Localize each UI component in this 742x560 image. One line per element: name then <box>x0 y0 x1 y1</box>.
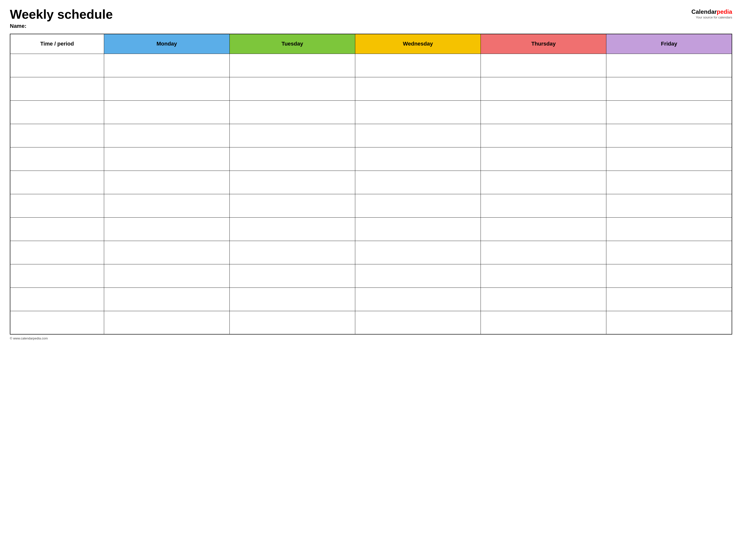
table-cell[interactable] <box>10 217 104 241</box>
logo-pedia: pedia <box>717 8 732 15</box>
table-cell[interactable] <box>104 311 229 334</box>
table-cell[interactable] <box>606 171 732 194</box>
table-cell[interactable] <box>104 287 229 311</box>
logo-calendar: Calendar <box>692 8 717 15</box>
table-cell[interactable] <box>229 124 355 147</box>
table-row <box>10 311 732 334</box>
table-row <box>10 77 732 100</box>
table-cell[interactable] <box>606 194 732 217</box>
table-cell[interactable] <box>229 171 355 194</box>
table-cell[interactable] <box>606 100 732 124</box>
table-cell[interactable] <box>10 147 104 171</box>
table-cell[interactable] <box>481 264 606 287</box>
table-cell[interactable] <box>10 241 104 264</box>
title-section: Weekly schedule Name: <box>10 7 113 29</box>
table-row <box>10 241 732 264</box>
table-cell[interactable] <box>104 194 229 217</box>
table-cell[interactable] <box>10 77 104 100</box>
col-header-time: Time / period <box>10 34 104 54</box>
table-cell[interactable] <box>104 147 229 171</box>
table-cell[interactable] <box>481 217 606 241</box>
table-cell[interactable] <box>10 124 104 147</box>
table-cell[interactable] <box>606 241 732 264</box>
table-cell[interactable] <box>355 100 481 124</box>
table-cell[interactable] <box>229 287 355 311</box>
table-cell[interactable] <box>229 54 355 77</box>
table-cell[interactable] <box>229 217 355 241</box>
table-cell[interactable] <box>229 311 355 334</box>
table-cell[interactable] <box>606 311 732 334</box>
table-cell[interactable] <box>481 100 606 124</box>
table-body <box>10 54 732 334</box>
table-cell[interactable] <box>606 77 732 100</box>
table-cell[interactable] <box>355 171 481 194</box>
col-header-wednesday: Wednesday <box>355 34 481 54</box>
table-cell[interactable] <box>104 171 229 194</box>
table-cell[interactable] <box>104 217 229 241</box>
page-header: Weekly schedule Name: Calendarpedia Your… <box>10 7 732 29</box>
table-cell[interactable] <box>229 77 355 100</box>
table-row <box>10 124 732 147</box>
table-cell[interactable] <box>481 287 606 311</box>
table-cell[interactable] <box>355 194 481 217</box>
col-header-friday: Friday <box>606 34 732 54</box>
table-cell[interactable] <box>10 54 104 77</box>
table-cell[interactable] <box>104 264 229 287</box>
col-header-thursday: Thursday <box>481 34 606 54</box>
table-row <box>10 171 732 194</box>
table-cell[interactable] <box>481 77 606 100</box>
col-header-tuesday: Tuesday <box>229 34 355 54</box>
name-label: Name: <box>10 23 113 29</box>
table-cell[interactable] <box>10 287 104 311</box>
table-cell[interactable] <box>229 241 355 264</box>
table-cell[interactable] <box>355 241 481 264</box>
table-cell[interactable] <box>355 77 481 100</box>
table-row <box>10 194 732 217</box>
table-cell[interactable] <box>606 147 732 171</box>
table-row <box>10 54 732 77</box>
table-cell[interactable] <box>104 54 229 77</box>
table-cell[interactable] <box>481 147 606 171</box>
table-cell[interactable] <box>481 241 606 264</box>
table-cell[interactable] <box>10 171 104 194</box>
table-row <box>10 100 732 124</box>
footer-url: © www.calendarpedia.com <box>10 336 48 340</box>
table-cell[interactable] <box>355 147 481 171</box>
table-cell[interactable] <box>606 287 732 311</box>
table-cell[interactable] <box>104 124 229 147</box>
table-cell[interactable] <box>355 311 481 334</box>
table-cell[interactable] <box>229 100 355 124</box>
table-header-row: Time / period Monday Tuesday Wednesday T… <box>10 34 732 54</box>
table-cell[interactable] <box>229 147 355 171</box>
logo-section: Calendarpedia Your source for calendars <box>692 8 732 19</box>
table-cell[interactable] <box>229 194 355 217</box>
table-cell[interactable] <box>104 77 229 100</box>
table-cell[interactable] <box>606 264 732 287</box>
table-cell[interactable] <box>481 311 606 334</box>
table-row <box>10 147 732 171</box>
table-row <box>10 217 732 241</box>
table-cell[interactable] <box>10 311 104 334</box>
footer: © www.calendarpedia.com <box>10 336 732 340</box>
table-cell[interactable] <box>606 54 732 77</box>
table-cell[interactable] <box>104 100 229 124</box>
table-row <box>10 287 732 311</box>
table-cell[interactable] <box>481 194 606 217</box>
table-cell[interactable] <box>10 100 104 124</box>
table-cell[interactable] <box>355 124 481 147</box>
table-cell[interactable] <box>229 264 355 287</box>
schedule-table: Time / period Monday Tuesday Wednesday T… <box>10 34 732 335</box>
table-cell[interactable] <box>606 217 732 241</box>
table-cell[interactable] <box>104 241 229 264</box>
table-cell[interactable] <box>355 217 481 241</box>
table-cell[interactable] <box>355 264 481 287</box>
table-cell[interactable] <box>355 287 481 311</box>
table-cell[interactable] <box>481 124 606 147</box>
table-cell[interactable] <box>481 54 606 77</box>
page-title: Weekly schedule <box>10 7 113 21</box>
table-cell[interactable] <box>10 194 104 217</box>
table-cell[interactable] <box>606 124 732 147</box>
table-cell[interactable] <box>481 171 606 194</box>
table-cell[interactable] <box>355 54 481 77</box>
table-cell[interactable] <box>10 264 104 287</box>
